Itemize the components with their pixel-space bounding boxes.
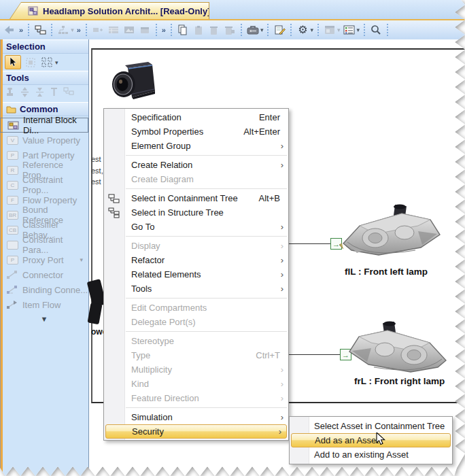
copy-icon[interactable] (176, 23, 190, 37)
validation-icon[interactable] (273, 23, 286, 37)
mouse-cursor-icon (376, 432, 386, 449)
submenu-arrow-icon: › (281, 253, 283, 267)
toolbar-separator (290, 24, 292, 36)
menu-item-select-in-containment-tree[interactable]: Select in Containment TreeAlt+B (104, 191, 288, 205)
menu-separator (126, 155, 287, 156)
menu-item-select-in-structure-tree[interactable]: Select in Structure Tree (104, 205, 288, 220)
toolbar-separator (51, 24, 52, 36)
dropdown-icon[interactable]: ▾ (71, 27, 74, 33)
palette-item-constraint-parameter[interactable]: Constraint Para... (0, 237, 88, 252)
dropdown-icon[interactable]: ▾ (260, 27, 264, 33)
tab-title: Headlamp Solution Archit... [Read-Only] (43, 6, 211, 16)
compress-vertical-icon (35, 87, 45, 100)
palette-item-label: Part Property (22, 150, 75, 160)
palette-item-label: Item Flow (22, 300, 61, 310)
diagram-tab-icon (28, 6, 39, 16)
selection-header-label: Selection (6, 41, 46, 52)
toolbar-separator (317, 24, 319, 36)
palette-item-label: Proxy Port (22, 255, 64, 265)
submenu-item-add-as-an-asset[interactable]: Add as an Asset (291, 433, 451, 447)
menu-item-refactor[interactable]: Refactor› (104, 253, 288, 267)
menu-separator (126, 407, 287, 408)
submenu-item-select-asset-in-containment-tree[interactable]: Select Asset in Containment Tree (290, 419, 452, 433)
diagram-tab[interactable]: Headlamp Solution Archit... [Read-Only] … (10, 2, 209, 19)
menu-separator (126, 331, 287, 332)
application-window: Headlamp Solution Archit... [Read-Only] … (0, 0, 465, 476)
menu-item-symbol-properties[interactable]: Symbol PropertiesAlt+Enter (104, 124, 288, 139)
overflow-chevron-icon[interactable]: » (76, 26, 82, 34)
dropdown-icon[interactable]: ▾ (310, 27, 313, 33)
menu-item-create-relation[interactable]: Create Relation› (104, 158, 288, 172)
tab-close-icon[interactable]: ✕ (222, 6, 228, 16)
submenu-item-add-to-an-existing-asset[interactable]: Add to an existing Asset (290, 447, 452, 462)
screenshot-torn-edge-wrapper: Headlamp Solution Archit... [Read-Only] … (0, 0, 465, 476)
menu-item-simulation[interactable]: Simulation› (104, 410, 288, 424)
overflow-chevron-icon[interactable]: » (161, 26, 167, 34)
front-left-lamp-image[interactable] (337, 204, 447, 272)
dropdown-icon[interactable]: ▾ (55, 59, 58, 66)
part-label-front-right-lamp: frL : Front right lamp (354, 376, 445, 386)
proxy-port-icon: P (7, 256, 18, 265)
palette-item-proxy-port[interactable]: P Proxy Port ▾ (0, 252, 88, 267)
menu-item-security[interactable]: Security› (105, 424, 287, 439)
menu-item-specification[interactable]: SpecificationEnter (104, 110, 288, 124)
menu-item-element-group[interactable]: Element Group› (104, 139, 288, 153)
part-property-icon: P (7, 151, 18, 160)
binding-connector-icon (7, 286, 18, 294)
back-icon[interactable] (3, 23, 16, 37)
palette-item-item-flow[interactable]: Item Flow (0, 297, 88, 312)
tools-section-header[interactable]: Tools (0, 71, 88, 85)
submenu-arrow-icon: › (281, 362, 283, 377)
menu-item-go-to[interactable]: Go To› (104, 220, 288, 234)
palette-item-value-property[interactable]: V Value Property (0, 133, 88, 148)
submenu-arrow-icon: › (281, 410, 283, 424)
menu-item-tools[interactable]: Tools› (104, 282, 288, 296)
reference-property-icon: R (7, 166, 18, 175)
submenu-arrow-icon: › (281, 282, 283, 296)
tools-header-label: Tools (6, 73, 29, 83)
dropdown-icon: ▾ (337, 27, 341, 33)
toolbar-separator (364, 24, 365, 36)
menu-separator (126, 236, 287, 237)
palette-more-icon[interactable]: ▼ (0, 315, 88, 323)
toolbar-separator (86, 24, 87, 36)
value-property-icon: V (7, 136, 18, 145)
camera-part-image[interactable] (107, 58, 160, 110)
containment-tree-icon[interactable] (33, 23, 47, 37)
multi-select-icon[interactable] (40, 56, 54, 69)
gear-icon[interactable]: ⚙ (296, 23, 309, 37)
overflow-chevron-icon[interactable]: » (18, 26, 24, 34)
submenu-arrow-icon: › (281, 267, 283, 282)
palette-item-label: Value Property (22, 135, 80, 146)
legend-list-icon[interactable] (343, 23, 356, 37)
hierarchy-icon[interactable] (56, 23, 70, 37)
clipped-diagram-text: est est, est (91, 154, 105, 188)
diagram-palette-sidebar: Selection ▾ Tools Common (0, 39, 89, 476)
palette-item-binding-connector[interactable]: Binding Conne... (0, 282, 88, 297)
menu-item-related-elements[interactable]: Related Elements› (104, 267, 288, 282)
flow-property-icon: F (7, 196, 18, 205)
palette-item-internal-block-diagram[interactable]: Internal Block Di... (0, 118, 88, 133)
title-bar: Headlamp Solution Archit... [Read-Only] … (0, 0, 465, 20)
search-icon[interactable] (369, 23, 383, 37)
shortcut-label: Ctrl+T (256, 348, 280, 362)
project-options-icon[interactable] (246, 23, 260, 37)
dropdown-icon[interactable]: ▾ (80, 256, 83, 263)
toolbar-separator (267, 24, 269, 36)
toolbar-separator (156, 24, 157, 36)
selection-section-header[interactable]: Selection (0, 39, 88, 54)
window-layout-icon (323, 23, 337, 37)
main-toolbar: » ▾ » » ▾ ⚙ ▾ ▾ ▾ (0, 20, 465, 39)
security-submenu: Select Asset in Containment Tree Add as … (289, 416, 453, 464)
properties-grid-icon (107, 23, 120, 37)
cursor-select-tool[interactable] (5, 55, 21, 69)
palette-item-label: Connector (22, 270, 63, 280)
submenu-arrow-icon: › (279, 425, 281, 438)
palette-item-connector[interactable]: Connector (0, 267, 88, 282)
common-section-header[interactable]: Common (0, 102, 88, 116)
layout-tool-icon (63, 87, 74, 100)
palette-item-constraint-property[interactable]: C Constraint Prop... (0, 177, 88, 192)
menu-item-delegate-ports: Delegate Port(s) (104, 315, 288, 329)
align-middle-icon (20, 87, 30, 100)
dropdown-icon[interactable]: ▾ (357, 27, 360, 33)
